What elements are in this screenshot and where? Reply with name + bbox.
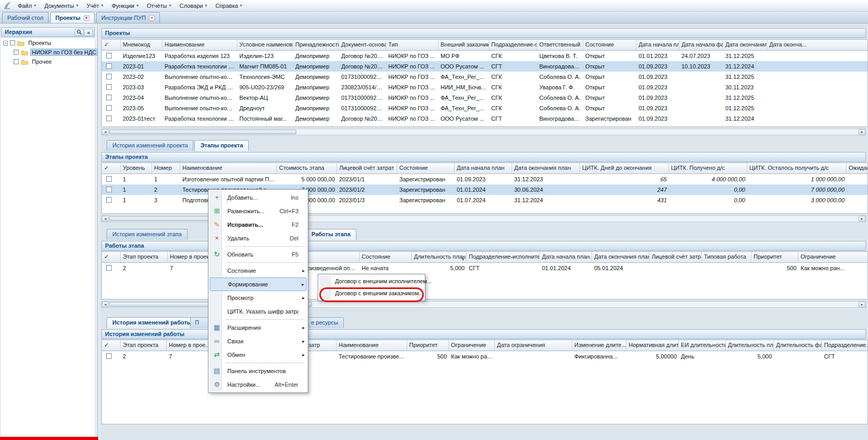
row-checkbox[interactable] xyxy=(106,74,112,79)
tab-project-change-history[interactable]: История изменений проекта xyxy=(107,140,193,151)
column-header[interactable]: Дата окончания пл... xyxy=(723,40,767,50)
scroll-right-button[interactable]: ▸ xyxy=(859,302,865,307)
column-header[interactable]: Ограничение xyxy=(798,252,868,262)
column-header[interactable]: Номер xyxy=(152,163,180,173)
column-header[interactable]: Длительность фак... xyxy=(774,340,822,351)
column-header[interactable]: Состояние xyxy=(583,40,636,50)
column-header[interactable]: Номер в прое... xyxy=(167,340,211,351)
column-header[interactable]: ✓ xyxy=(102,163,121,173)
scroll-right-button[interactable]: ▸ xyxy=(859,129,865,135)
table-row[interactable]: 2023-05Выполнение опытно-конс...Дредноут… xyxy=(102,103,867,113)
column-header[interactable]: Дата начала план xyxy=(455,163,512,173)
collapse-node-icon[interactable]: − xyxy=(3,41,8,45)
column-header[interactable]: Ожидае... xyxy=(847,163,868,173)
context-menu-item[interactable]: +Добавить...Ins xyxy=(210,191,307,204)
row-checkbox[interactable] xyxy=(106,95,112,100)
tab-instructions-pup[interactable]: Инструкции ПУП× xyxy=(96,12,160,23)
menu-file[interactable]: Файл▾ xyxy=(14,0,40,11)
menu-reports[interactable]: Отчёты▾ xyxy=(143,0,175,11)
row-checkbox[interactable] xyxy=(106,187,112,192)
column-header[interactable]: Мнемокод xyxy=(121,40,163,50)
column-header[interactable]: Уровень xyxy=(121,163,152,173)
table-row[interactable]: 2023-01тестРазработка технологии и...Пос… xyxy=(102,113,867,124)
column-header[interactable]: Состояние xyxy=(360,252,412,262)
tab-stage-works[interactable]: Работы этапа xyxy=(306,229,356,240)
context-menu-item[interactable]: ЦИТК. Указать шифр затрат... xyxy=(210,305,307,318)
column-header[interactable]: Подразделение-от... xyxy=(489,40,537,50)
context-menu-item[interactable]: ⚙Настройки...Alt+Enter xyxy=(210,378,307,391)
collapse-panel-icon[interactable]: « xyxy=(84,29,93,36)
menu-help[interactable]: Справка▾ xyxy=(211,0,246,11)
context-menu-item[interactable]: ⇄Обмен▸ xyxy=(210,348,307,362)
context-menu-item[interactable]: Состояние▸ xyxy=(210,264,307,277)
column-header[interactable]: ✓ xyxy=(102,340,121,351)
context-menu-item[interactable]: ×УдалитьDel xyxy=(210,231,307,245)
table-row[interactable]: 2023-04Выполнение опытно-конс...Вектор-А… xyxy=(102,92,867,103)
row-checkbox[interactable] xyxy=(106,105,112,111)
column-header[interactable]: Приоритет xyxy=(407,340,449,351)
menu-dictionaries[interactable]: Словари▾ xyxy=(175,0,211,11)
tree-checkbox[interactable] xyxy=(14,50,19,55)
context-menu-item[interactable]: Просмотр▸ xyxy=(210,291,307,305)
column-header[interactable]: ✓ xyxy=(102,40,121,50)
tree-checkbox[interactable] xyxy=(14,59,19,64)
column-header[interactable]: Дата окончания план xyxy=(592,252,650,262)
tab-work-change-history[interactable]: История изменений работы xyxy=(107,317,198,328)
tab-desktop[interactable]: Рабочий стол xyxy=(2,12,49,23)
context-menu-item[interactable]: ↻ОбновитьF5 xyxy=(210,248,307,261)
tab-stage-change-history[interactable]: История изменений этапа xyxy=(107,229,188,240)
column-header[interactable]: Дата ограничения xyxy=(495,340,572,351)
tree-node-niokr-goz[interactable]: НИОКР по ГОЗ без НДС xyxy=(1,48,95,57)
column-header[interactable]: Нормативная длит... xyxy=(627,340,679,351)
row-checkbox[interactable] xyxy=(106,176,112,182)
filter-icon[interactable]: ▼ xyxy=(461,254,465,262)
scroll-left-button[interactable]: ◂ xyxy=(102,216,109,222)
column-header[interactable]: Тип xyxy=(386,40,438,50)
context-menu-item[interactable]: ∞Связи▸ xyxy=(210,334,307,348)
column-header[interactable]: Длительность план.▼ xyxy=(412,252,467,262)
row-checkbox[interactable] xyxy=(106,53,112,59)
tree-node-projects[interactable]: − Проекты xyxy=(1,38,95,48)
table-row[interactable]: Изделие123Разработка изделия 123Изделие-… xyxy=(102,51,867,61)
scrollbar-thumb[interactable] xyxy=(109,130,296,134)
tree-node-other[interactable]: Прочее xyxy=(1,57,95,66)
table-row[interactable]: 2023-01Разработка технологии и...Магнит … xyxy=(102,61,867,72)
scroll-left-button[interactable]: ◂ xyxy=(102,129,109,135)
context-menu-item[interactable]: ✎Исправить...F2 xyxy=(210,218,307,231)
close-tab-icon[interactable]: × xyxy=(149,15,155,21)
row-checkbox[interactable] xyxy=(106,84,112,90)
menu-accounting[interactable]: Учёт▾ xyxy=(83,0,108,11)
context-menu-item[interactable]: Формирование▸ xyxy=(210,277,307,291)
column-header[interactable]: Дата начала план. xyxy=(540,252,592,262)
column-header[interactable]: Состояние xyxy=(397,163,455,173)
menu-documents[interactable]: Документы▾ xyxy=(40,0,83,11)
submenu-item[interactable]: Договор с внешним исполнителем... xyxy=(319,275,424,287)
column-header[interactable]: ЦИТК. Получено д/с xyxy=(669,163,747,173)
column-header[interactable]: Внешний заказчик xyxy=(438,40,489,50)
column-header[interactable]: Наименование xyxy=(163,40,237,50)
row-checkbox[interactable] xyxy=(106,63,112,69)
column-header[interactable]: Ответственный xyxy=(537,40,583,50)
column-header[interactable]: Подразделение... xyxy=(822,340,868,351)
column-header[interactable]: Ограничение xyxy=(449,340,495,351)
column-header[interactable]: Подразделение-исполнитель... xyxy=(467,252,540,262)
column-header[interactable]: Дата оконча... xyxy=(767,40,868,50)
column-header[interactable]: Наименование xyxy=(337,340,407,351)
row-checkbox[interactable] xyxy=(106,353,112,359)
context-menu-item[interactable]: ▦Расширения▸ xyxy=(210,321,307,334)
column-header[interactable]: Дата окончания план xyxy=(512,163,580,173)
column-header[interactable]: Условное наименова... xyxy=(237,40,293,50)
column-header[interactable]: ЦИТК. Осталось получить д/с xyxy=(747,163,847,173)
tab-project-stages[interactable]: Этапы проекта xyxy=(194,140,249,151)
table-row[interactable]: 2023-03Разработка ЭКД и РКД н...905-U020… xyxy=(102,82,867,92)
table-row[interactable]: 11Изготовление опытной партии ПМ0...5 00… xyxy=(102,174,867,184)
row-checkbox[interactable] xyxy=(106,115,112,121)
column-header[interactable]: ✓ xyxy=(102,252,121,262)
scroll-right-button[interactable]: ▸ xyxy=(859,216,865,222)
row-checkbox[interactable] xyxy=(106,265,112,271)
close-tab-icon[interactable]: × xyxy=(84,15,89,21)
column-header[interactable]: Изменение длите... xyxy=(572,340,627,351)
search-icon[interactable] xyxy=(75,29,84,36)
column-header[interactable]: ЕИ длительности xyxy=(679,340,726,351)
menu-functions[interactable]: Функции▾ xyxy=(108,0,143,11)
